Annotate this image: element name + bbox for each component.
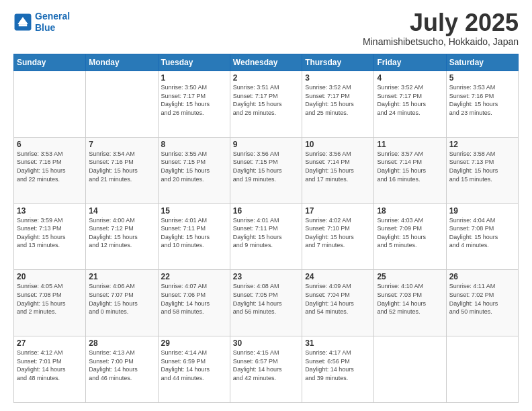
calendar-cell: 30Sunrise: 4:15 AM Sunset: 6:57 PM Dayli… <box>230 336 302 403</box>
logo-line2: Blue <box>35 22 55 33</box>
day-info: Sunrise: 3:59 AM Sunset: 7:13 PM Dayligh… <box>17 216 83 250</box>
day-number: 13 <box>17 206 83 216</box>
calendar-cell: 26Sunrise: 4:11 AM Sunset: 7:02 PM Dayli… <box>446 270 518 336</box>
day-number: 5 <box>449 73 515 83</box>
day-info: Sunrise: 4:08 AM Sunset: 7:05 PM Dayligh… <box>233 282 299 316</box>
day-info: Sunrise: 3:52 AM Sunset: 7:17 PM Dayligh… <box>377 83 443 117</box>
calendar-week-row: 13Sunrise: 3:59 AM Sunset: 7:13 PM Dayli… <box>14 203 519 270</box>
calendar-cell: 19Sunrise: 4:04 AM Sunset: 7:08 PM Dayli… <box>446 203 518 270</box>
calendar-cell: 25Sunrise: 4:10 AM Sunset: 7:03 PM Dayli… <box>374 270 446 336</box>
day-info: Sunrise: 4:12 AM Sunset: 7:01 PM Dayligh… <box>17 349 83 382</box>
logo-line1: General <box>35 11 70 21</box>
day-number: 3 <box>305 73 371 83</box>
header: General Blue July 2025 Minamishibetsucho… <box>13 11 519 47</box>
calendar-week-row: 6Sunrise: 3:53 AM Sunset: 7:16 PM Daylig… <box>14 137 519 203</box>
day-info: Sunrise: 3:56 AM Sunset: 7:14 PM Dayligh… <box>305 150 371 183</box>
calendar-cell: 23Sunrise: 4:08 AM Sunset: 7:05 PM Dayli… <box>230 270 302 336</box>
day-number: 12 <box>449 140 515 149</box>
day-number: 4 <box>377 73 443 83</box>
day-number: 10 <box>305 140 371 149</box>
calendar-header-sunday: Sunday <box>14 54 86 71</box>
calendar-cell: 14Sunrise: 4:00 AM Sunset: 7:12 PM Dayli… <box>86 203 158 270</box>
day-info: Sunrise: 4:04 AM Sunset: 7:08 PM Dayligh… <box>449 216 515 250</box>
day-number: 28 <box>89 338 154 348</box>
day-info: Sunrise: 4:07 AM Sunset: 7:06 PM Dayligh… <box>161 282 227 316</box>
day-info: Sunrise: 4:01 AM Sunset: 7:11 PM Dayligh… <box>161 216 227 250</box>
calendar-cell: 10Sunrise: 3:56 AM Sunset: 7:14 PM Dayli… <box>302 137 374 203</box>
calendar-cell: 16Sunrise: 4:01 AM Sunset: 7:11 PM Dayli… <box>230 203 302 270</box>
page: General Blue July 2025 Minamishibetsucho… <box>0 0 532 411</box>
day-info: Sunrise: 3:54 AM Sunset: 7:16 PM Dayligh… <box>89 150 154 183</box>
calendar-cell: 4Sunrise: 3:52 AM Sunset: 7:17 PM Daylig… <box>374 71 446 138</box>
calendar-cell: 21Sunrise: 4:06 AM Sunset: 7:07 PM Dayli… <box>86 270 158 336</box>
day-info: Sunrise: 3:53 AM Sunset: 7:16 PM Dayligh… <box>17 150 83 183</box>
calendar-cell: 28Sunrise: 4:13 AM Sunset: 7:00 PM Dayli… <box>86 336 158 403</box>
calendar-cell: 11Sunrise: 3:57 AM Sunset: 7:14 PM Dayli… <box>374 137 446 203</box>
day-info: Sunrise: 3:55 AM Sunset: 7:15 PM Dayligh… <box>161 150 227 183</box>
day-number: 6 <box>17 140 83 149</box>
calendar-cell: 31Sunrise: 4:17 AM Sunset: 6:56 PM Dayli… <box>302 336 374 403</box>
calendar-cell: 18Sunrise: 4:03 AM Sunset: 7:09 PM Dayli… <box>374 203 446 270</box>
calendar-header-friday: Friday <box>374 54 446 71</box>
day-number: 22 <box>161 272 227 281</box>
day-info: Sunrise: 3:56 AM Sunset: 7:15 PM Dayligh… <box>233 150 299 183</box>
day-info: Sunrise: 4:15 AM Sunset: 6:57 PM Dayligh… <box>233 349 299 382</box>
day-number: 31 <box>305 338 371 348</box>
day-info: Sunrise: 4:10 AM Sunset: 7:03 PM Dayligh… <box>377 282 443 316</box>
day-number: 17 <box>305 206 371 216</box>
day-info: Sunrise: 4:02 AM Sunset: 7:10 PM Dayligh… <box>305 216 371 250</box>
day-info: Sunrise: 4:13 AM Sunset: 7:00 PM Dayligh… <box>89 349 154 382</box>
day-info: Sunrise: 3:50 AM Sunset: 7:17 PM Dayligh… <box>161 83 227 117</box>
calendar-cell: 13Sunrise: 3:59 AM Sunset: 7:13 PM Dayli… <box>14 203 86 270</box>
day-number: 2 <box>233 73 299 83</box>
logo: General Blue <box>13 11 70 34</box>
calendar-cell: 27Sunrise: 4:12 AM Sunset: 7:01 PM Dayli… <box>14 336 86 403</box>
calendar-cell <box>374 336 446 403</box>
calendar-cell: 6Sunrise: 3:53 AM Sunset: 7:16 PM Daylig… <box>14 137 86 203</box>
day-number: 21 <box>89 272 154 281</box>
calendar-cell: 7Sunrise: 3:54 AM Sunset: 7:16 PM Daylig… <box>86 137 158 203</box>
calendar-week-row: 27Sunrise: 4:12 AM Sunset: 7:01 PM Dayli… <box>14 336 519 403</box>
logo-icon <box>13 13 32 32</box>
calendar-header-thursday: Thursday <box>302 54 374 71</box>
calendar-cell: 5Sunrise: 3:53 AM Sunset: 7:16 PM Daylig… <box>446 71 518 138</box>
day-number: 7 <box>89 140 154 149</box>
day-info: Sunrise: 3:51 AM Sunset: 7:17 PM Dayligh… <box>233 83 299 117</box>
calendar-cell: 3Sunrise: 3:52 AM Sunset: 7:17 PM Daylig… <box>302 71 374 138</box>
subtitle: Minamishibetsucho, Hokkaido, Japan <box>363 36 519 47</box>
day-number: 9 <box>233 140 299 149</box>
calendar-header-monday: Monday <box>86 54 158 71</box>
month-title: July 2025 <box>363 11 519 35</box>
day-number: 11 <box>377 140 443 149</box>
calendar-cell <box>86 71 158 138</box>
day-info: Sunrise: 4:14 AM Sunset: 6:59 PM Dayligh… <box>161 349 227 382</box>
calendar-header-saturday: Saturday <box>446 54 518 71</box>
day-number: 20 <box>17 272 83 281</box>
calendar-cell: 29Sunrise: 4:14 AM Sunset: 6:59 PM Dayli… <box>158 336 230 403</box>
calendar-header-wednesday: Wednesday <box>230 54 302 71</box>
day-info: Sunrise: 4:09 AM Sunset: 7:04 PM Dayligh… <box>305 282 371 316</box>
day-info: Sunrise: 3:57 AM Sunset: 7:14 PM Dayligh… <box>377 150 443 183</box>
calendar-cell: 12Sunrise: 3:58 AM Sunset: 7:13 PM Dayli… <box>446 137 518 203</box>
day-info: Sunrise: 4:06 AM Sunset: 7:07 PM Dayligh… <box>89 282 154 316</box>
day-info: Sunrise: 3:53 AM Sunset: 7:16 PM Dayligh… <box>449 83 515 117</box>
day-info: Sunrise: 4:03 AM Sunset: 7:09 PM Dayligh… <box>377 216 443 250</box>
day-number: 24 <box>305 272 371 281</box>
day-info: Sunrise: 4:11 AM Sunset: 7:02 PM Dayligh… <box>449 282 515 316</box>
calendar-cell: 9Sunrise: 3:56 AM Sunset: 7:15 PM Daylig… <box>230 137 302 203</box>
day-number: 26 <box>449 272 515 281</box>
day-number: 25 <box>377 272 443 281</box>
calendar-cell: 1Sunrise: 3:50 AM Sunset: 7:17 PM Daylig… <box>158 71 230 138</box>
day-number: 18 <box>377 206 443 216</box>
day-info: Sunrise: 4:01 AM Sunset: 7:11 PM Dayligh… <box>233 216 299 250</box>
day-info: Sunrise: 4:05 AM Sunset: 7:08 PM Dayligh… <box>17 282 83 316</box>
calendar-cell <box>446 336 518 403</box>
svg-rect-2 <box>19 24 27 26</box>
logo-text: General Blue <box>35 11 70 34</box>
calendar-week-row: 20Sunrise: 4:05 AM Sunset: 7:08 PM Dayli… <box>14 270 519 336</box>
day-number: 23 <box>233 272 299 281</box>
day-info: Sunrise: 3:52 AM Sunset: 7:17 PM Dayligh… <box>305 83 371 117</box>
day-number: 27 <box>17 338 83 348</box>
calendar-cell: 15Sunrise: 4:01 AM Sunset: 7:11 PM Dayli… <box>158 203 230 270</box>
day-number: 29 <box>161 338 227 348</box>
